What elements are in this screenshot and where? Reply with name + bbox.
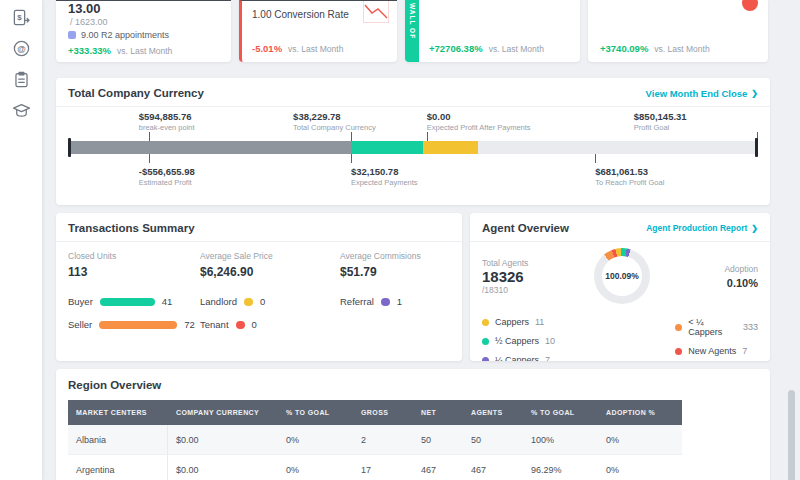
- tick-mark: [595, 154, 596, 163]
- legend-bar: [236, 321, 245, 329]
- legend-bar: [244, 298, 253, 306]
- cell-company-currency: $0.00: [168, 455, 278, 480]
- agents-legend: Cappers 11 ½ Cappers 10 ¼ Cappers 7: [482, 317, 758, 361]
- legend-dot: [675, 324, 682, 331]
- cell-gross: 2: [353, 425, 413, 454]
- column-header-market-centers: MARKET CENTERS: [68, 409, 168, 416]
- column-header-pct-to-goal-2: % TO GOAL: [523, 409, 598, 416]
- kpi-legend-row: 9.00 R2 appointments: [68, 30, 223, 40]
- marker-label: Expected Payments: [351, 178, 418, 187]
- legend-dot: [675, 348, 682, 355]
- legend-value: 41: [162, 296, 173, 307]
- view-month-end-close-link[interactable]: View Month End Close ❯: [646, 88, 758, 99]
- legend-value: 10: [545, 336, 555, 346]
- marker-to-reach-profit-goal: $681,061.53 To Reach Profit Goal: [595, 166, 664, 187]
- region-overview-card: Region Overview MARKET CENTERS COMPANY C…: [56, 369, 770, 480]
- legend-item-buyer: Buyer 41: [68, 296, 200, 307]
- marker-value: $38,229.78: [293, 111, 376, 122]
- legend-label: Cappers: [495, 317, 529, 327]
- legend-label: < ¼ Cappers: [688, 317, 737, 337]
- stat-average-commissions: Average Commisions $51.79: [340, 251, 421, 279]
- legend-label: Buyer: [68, 296, 93, 307]
- divider: [56, 241, 462, 242]
- table-row[interactable]: Albania $0.00 0% 2 50 50 100% 0%: [68, 425, 682, 455]
- legend-value: 7: [545, 355, 550, 361]
- legend-item-cappers: Cappers 11: [482, 317, 675, 327]
- kpi-card-appointments: 13.00 / 1623.00 9.00 R2 appointments +33…: [56, 0, 231, 62]
- delta-value: +3740.09%: [600, 43, 648, 54]
- cell-market-center: Albania: [68, 425, 168, 454]
- marker-value: $594,885.76: [139, 111, 195, 122]
- graduation-cap-icon[interactable]: [6, 97, 36, 124]
- legend-dot: [482, 338, 489, 345]
- legend-bar: [100, 298, 155, 306]
- marker-total-company-currency: $38,229.78 Total Company Currency: [293, 111, 376, 132]
- card-header: Agent Overview Agent Production Report ❯: [482, 222, 758, 234]
- marker-break-even: $594,885.76 break-even point: [139, 111, 195, 132]
- card-header: Total Company Currency View Month End Cl…: [68, 87, 758, 99]
- stat-value: $51.79: [340, 265, 421, 279]
- stat-average-sale-price: Average Sale Price $6,246.90: [200, 251, 340, 279]
- legend-value: 72: [184, 319, 195, 330]
- cell-company-currency: $0.00: [168, 425, 278, 454]
- tick-mark: [149, 154, 150, 163]
- legend-label: Landlord: [200, 296, 237, 307]
- cell-pct-to-goal: 0%: [278, 455, 353, 480]
- tick-mark: [149, 132, 150, 141]
- transaction-stats: Closed Units 113 Average Sale Price $6,2…: [68, 251, 450, 279]
- wall-of-fame-label: WALL OF: [409, 3, 416, 62]
- agent-production-report-link[interactable]: Agent Production Report ❯: [646, 223, 758, 233]
- total-agents-label: Total Agents: [482, 258, 568, 268]
- legend-dot: [482, 357, 489, 362]
- cell-net: 50: [413, 425, 463, 454]
- cell-net: 467: [413, 455, 463, 480]
- legend-value: 1: [397, 296, 402, 307]
- kpi-legend-label: 9.00 R2 appointments: [81, 30, 169, 40]
- svg-text:$: $: [17, 13, 22, 22]
- vs-last-month-label: vs. Last Month: [288, 44, 343, 54]
- vs-last-month-label: vs. Last Month: [654, 44, 709, 54]
- legend-bar: [381, 298, 390, 306]
- segment-estimated-loss: [69, 141, 351, 154]
- legend-value: 333: [743, 322, 758, 332]
- delta-row: +3740.09% vs. Last Month: [600, 43, 710, 54]
- cell-agents: 50: [463, 425, 523, 454]
- adoption-block: Adoption 0.10%: [724, 264, 758, 289]
- stat-label: Closed Units: [68, 251, 200, 261]
- page-scrollbar[interactable]: [788, 390, 795, 480]
- legend-label: New Agents: [688, 346, 736, 356]
- agent-overview-row: Total Agents 18326 /18310 100.09% Adopti…: [482, 248, 758, 304]
- column-header-gross: GROSS: [353, 409, 413, 416]
- dashboard-app: $ @ 13.00: [0, 0, 800, 480]
- section-title: Region Overview: [68, 379, 758, 391]
- cell-gross: 17: [353, 455, 413, 480]
- card-header: Transactions Summary: [68, 222, 450, 234]
- bar-start-cap: [68, 138, 71, 157]
- divider: [470, 241, 770, 242]
- marker-label: Estimated Profit: [139, 178, 195, 187]
- legend-label: Tenant: [200, 319, 229, 330]
- adoption-label: Adoption: [724, 264, 758, 274]
- marker-expected-profit-after-payments: $0.00 Expected Profit After Payments: [427, 111, 531, 132]
- marker-value: $681,061.53: [595, 166, 664, 177]
- tick-mark: [427, 132, 428, 141]
- marker-label: Expected Profit After Payments: [427, 123, 531, 132]
- kpi-cards-row: 13.00 / 1623.00 9.00 R2 appointments +33…: [56, 0, 770, 62]
- legend-label: ¼ Cappers: [495, 355, 539, 361]
- money-transfer-icon[interactable]: $: [6, 4, 36, 31]
- mentions-icon[interactable]: @: [6, 35, 36, 62]
- link-label: View Month End Close: [646, 88, 748, 99]
- marker-label: To Reach Profit Goal: [595, 178, 664, 187]
- agent-overview-card: Agent Overview Agent Production Report ❯…: [470, 213, 770, 361]
- clipboard-icon[interactable]: [6, 66, 36, 93]
- legend-item-seller: Seller 72: [68, 319, 200, 330]
- agents-donut-chart: 100.09%: [594, 248, 650, 304]
- legend-dot: [482, 319, 489, 326]
- table-row[interactable]: Argentina $0.00 0% 17 467 467 96.29% 0%: [68, 455, 682, 480]
- donut-center-percent: 100.09%: [602, 256, 642, 296]
- legend-value: 7: [742, 346, 747, 356]
- marker-value: $0.00: [427, 111, 531, 122]
- total-agents-goal: /18310: [482, 285, 568, 295]
- cell-pct-to-goal-2: 96.29%: [523, 455, 598, 480]
- kpi-card-wall-of-fame: WALL OF +72706.38% vs. Last Month: [405, 0, 580, 62]
